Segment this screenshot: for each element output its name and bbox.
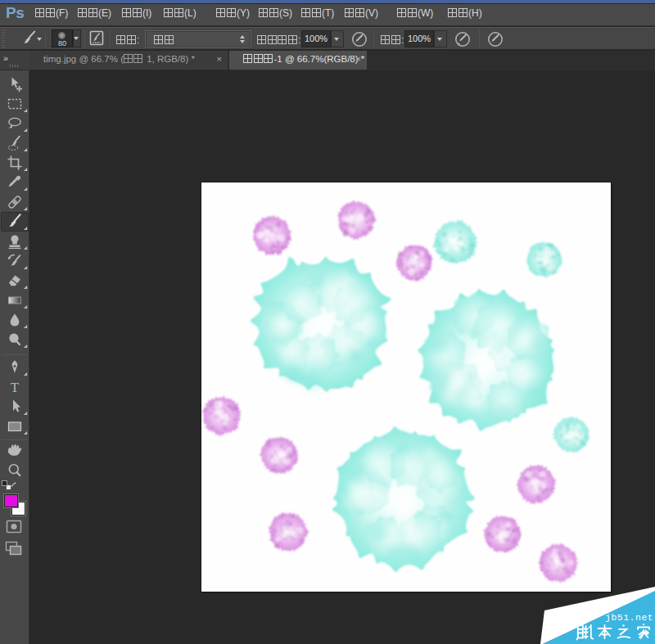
svg-text:T: T (11, 380, 20, 395)
svg-text:jb51.net: jb51.net (605, 612, 653, 623)
